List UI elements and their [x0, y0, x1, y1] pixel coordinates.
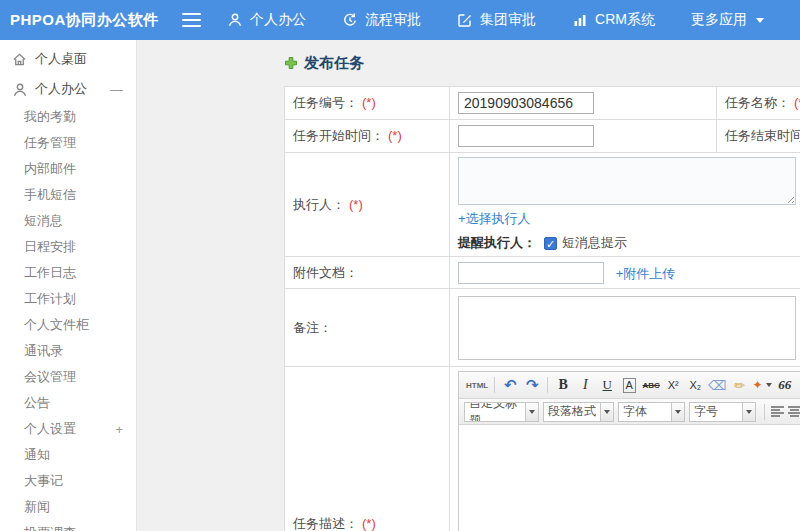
sidebar-item-工作计划[interactable]: 工作计划	[0, 286, 136, 312]
font-box-icon[interactable]: A	[620, 375, 638, 395]
menu-toggle-icon[interactable]	[182, 13, 201, 27]
home-icon	[12, 52, 27, 67]
sidebar-item-label: 通讯录	[24, 342, 63, 360]
executor-textarea[interactable]	[458, 157, 796, 205]
editor-content-area[interactable]	[459, 425, 800, 531]
sidebar-item-label: 个人桌面	[35, 50, 87, 68]
sidebar-item-通讯录[interactable]: 通讯录	[0, 338, 136, 364]
attachment-input[interactable]	[458, 262, 604, 284]
nav-more-apps[interactable]: 更多应用	[691, 11, 764, 29]
table-row: 附件文档： +附件上传	[285, 257, 800, 289]
nav-label: 个人办公	[250, 11, 306, 29]
remark-textarea[interactable]	[458, 296, 796, 360]
resize-grip[interactable]	[785, 194, 794, 203]
editor-dropdown-4[interactable]: 字号	[689, 402, 756, 422]
app-logo: PHPOA协同办公软件	[0, 11, 168, 30]
sidebar-item-内部邮件[interactable]: 内部邮件	[0, 156, 136, 182]
nav-group-approval[interactable]: 集团审批	[457, 11, 536, 29]
align-left-icon[interactable]	[771, 406, 784, 418]
executor-label: 执行人：(*)	[285, 153, 450, 257]
bold-icon[interactable]: B	[554, 375, 572, 395]
sidebar-item-label: 工作计划	[24, 290, 76, 308]
rich-text-editor: HTML↶↷BIUAABCX²X₂⌫✏✦66TA 自定义标题段落格式字体字号	[458, 371, 800, 531]
nav-label: 集团审批	[480, 11, 536, 29]
sidebar-item-个人设置[interactable]: 个人设置+	[0, 416, 136, 442]
subscript-icon[interactable]: X₂	[686, 375, 704, 395]
topbar: PHPOA协同办公软件 个人办公流程审批集团审批CRM系统更多应用	[0, 0, 800, 40]
eraser-icon[interactable]: ⌫	[708, 375, 726, 395]
editor-dropdown-2[interactable]: 段落格式	[543, 402, 614, 422]
dropdown-caret-icon[interactable]	[526, 402, 539, 422]
sidebar-item-个人文件柜[interactable]: 个人文件柜	[0, 312, 136, 338]
underline-icon[interactable]: U	[598, 375, 616, 395]
sidebar-item-label: 内部邮件	[24, 160, 76, 178]
html-source-icon[interactable]: HTML	[466, 375, 488, 395]
sidebar-item-投票调查[interactable]: 投票调查	[0, 520, 136, 531]
sidebar-item-短消息[interactable]: 短消息	[0, 208, 136, 234]
choose-executor-link[interactable]: +选择执行人	[458, 211, 531, 226]
toolbar-separator	[494, 377, 495, 393]
table-row: 任务编号：(*) 任务名称：(*)	[285, 87, 800, 120]
sidebar-item-任务管理[interactable]: 任务管理	[0, 130, 136, 156]
sidebar-item-会议管理[interactable]: 会议管理	[0, 364, 136, 390]
table-row: 备注：	[285, 289, 800, 367]
sidebar-item-我的考勤[interactable]: 我的考勤	[0, 104, 136, 130]
sidebar-item-手机短信[interactable]: 手机短信	[0, 182, 136, 208]
user-icon	[12, 82, 27, 97]
nav-label: 流程审批	[365, 11, 421, 29]
toolbar-separator	[547, 377, 548, 393]
nav-personal-office[interactable]: 个人办公	[227, 11, 306, 29]
remark-label: 备注：	[285, 289, 450, 367]
sidebar-item-公告[interactable]: 公告	[0, 390, 136, 416]
task-form: 任务编号：(*) 任务名称：(*) 任务开始时间：(*) 任务结束时间：(*)	[284, 86, 800, 531]
nav-process-approval[interactable]: 流程审批	[342, 11, 421, 29]
strikethrough-icon[interactable]: ABC	[642, 375, 660, 395]
collapse-icon[interactable]: —	[110, 82, 123, 97]
editor-dropdown-1[interactable]: 自定义标题	[464, 402, 539, 422]
dropdown-caret-icon[interactable]	[672, 402, 685, 422]
task-number-input[interactable]	[458, 92, 594, 114]
sidebar-item-大事记[interactable]: 大事记	[0, 468, 136, 494]
sidebar-item-label: 短消息	[24, 212, 63, 230]
dropdown-caret-icon[interactable]	[743, 402, 756, 422]
sidebar-item-个人桌面[interactable]: 个人桌面	[0, 44, 136, 74]
sidebar-item-新闻[interactable]: 新闻	[0, 494, 136, 520]
plus-icon	[284, 56, 298, 70]
editor-dropdown-3[interactable]: 字体	[618, 402, 685, 422]
sidebar: 个人桌面个人办公—我的考勤任务管理内部邮件手机短信短消息日程安排工作日志工作计划…	[0, 40, 137, 531]
format-brush-icon[interactable]: ✏	[731, 375, 749, 395]
sidebar-item-label: 个人办公	[35, 80, 87, 98]
dropdown-caret-icon[interactable]	[601, 402, 614, 422]
redo-icon[interactable]: ↷	[523, 375, 541, 395]
task-number-label: 任务编号：(*)	[285, 87, 450, 120]
sidebar-item-个人办公[interactable]: 个人办公—	[0, 74, 136, 104]
superscript-icon[interactable]: X²	[664, 375, 682, 395]
undo-icon[interactable]: ↶	[501, 375, 519, 395]
sidebar-item-工作日志[interactable]: 工作日志	[0, 260, 136, 286]
sidebar-item-日程安排[interactable]: 日程安排	[0, 234, 136, 260]
sidebar-item-label: 任务管理	[24, 134, 76, 152]
remind-executor-label: 提醒执行人：	[458, 234, 536, 252]
dropdown-value: 字号	[689, 402, 743, 422]
attachment-label: 附件文档：	[285, 257, 450, 289]
blockquote-icon[interactable]: 66	[776, 375, 794, 395]
main-content: 发布任务 任务编号：(*) 任务名称：(*) 任务开始时间：(*)	[137, 40, 800, 531]
italic-icon[interactable]: I	[576, 375, 594, 395]
expand-icon[interactable]: +	[115, 422, 123, 437]
start-time-input[interactable]	[458, 125, 594, 147]
toolbar-separator	[764, 404, 765, 420]
user-icon	[227, 12, 243, 28]
start-time-label: 任务开始时间：(*)	[285, 120, 450, 153]
sidebar-item-label: 我的考勤	[24, 108, 76, 126]
align-center-icon[interactable]	[788, 406, 800, 418]
attachment-upload-link[interactable]: +附件上传	[616, 266, 676, 281]
page-title-text: 发布任务	[304, 54, 364, 73]
sms-checkbox[interactable]: ✓	[544, 237, 557, 250]
sidebar-item-label: 公告	[24, 394, 50, 412]
sidebar-item-label: 个人文件柜	[24, 316, 89, 334]
dropdown-value: 自定义标题	[464, 402, 526, 422]
auto-format-icon[interactable]: ✦	[753, 375, 772, 395]
nav-crm-system[interactable]: CRM系统	[572, 11, 655, 29]
table-row: 任务开始时间：(*) 任务结束时间：(*)	[285, 120, 800, 153]
sidebar-item-通知[interactable]: 通知	[0, 442, 136, 468]
